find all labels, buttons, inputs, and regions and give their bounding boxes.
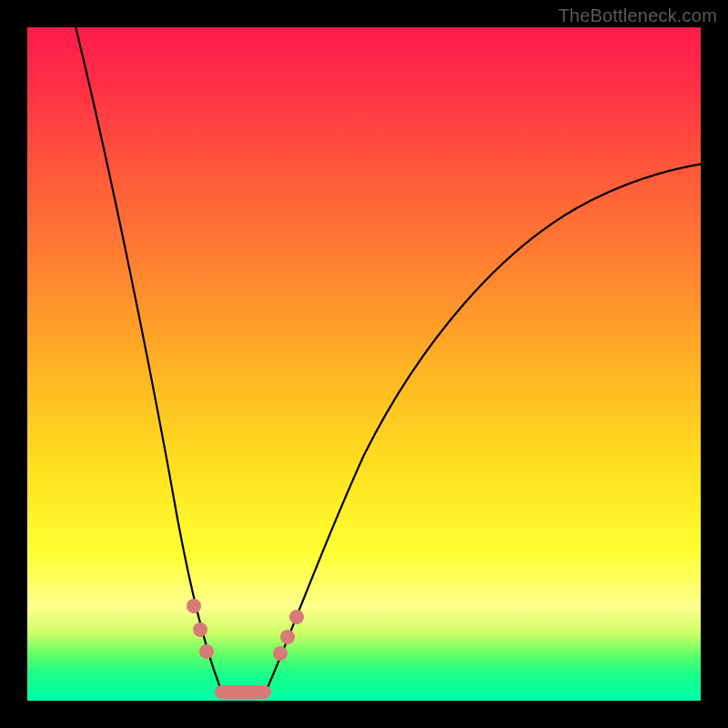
marker-flat-segment [215,685,271,699]
chart-frame: TheBottleneck.com [0,0,728,728]
marker-dot [289,610,304,624]
plot-area [27,27,701,701]
marker-dot [187,599,201,613]
marker-dot [193,622,207,637]
marker-dot [199,644,214,659]
marker-dot [280,630,295,644]
curve-right-branch [266,164,703,692]
watermark-text: TheBottleneck.com [558,5,717,26]
curve-left-branch [75,23,221,692]
bottleneck-curve [27,27,701,701]
marker-dot [273,646,288,661]
